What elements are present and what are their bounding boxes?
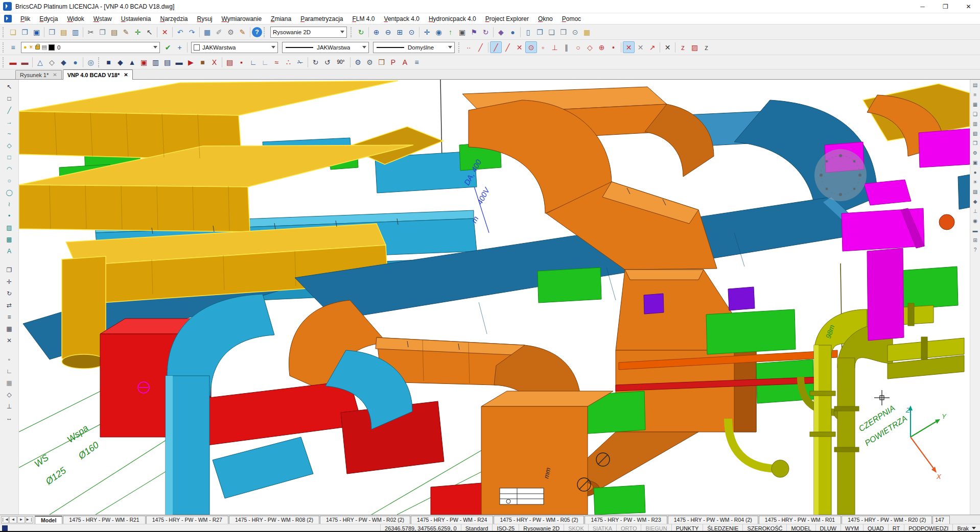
last-layout-button[interactable]: ►❘ (26, 516, 33, 523)
arc-icon[interactable]: ◠ (4, 164, 14, 174)
menu-pomoc[interactable]: Pomoc (557, 14, 586, 23)
wall-edit-icon[interactable]: ▬ (19, 56, 31, 68)
attachments-panel-icon[interactable]: ❏ (971, 110, 979, 118)
layer-combo[interactable]: ● ☀ ▤ 0 (21, 42, 160, 53)
scheme-icon[interactable]: △ (34, 56, 46, 68)
viewport-two-icon[interactable]: ❐ (534, 26, 546, 38)
layout-tab[interactable]: 1475 - HRY - PW - WM - R23 (585, 516, 667, 524)
drawing-explorer-icon[interactable]: ▦ (201, 26, 213, 38)
esnap-point-icon[interactable]: • (608, 41, 619, 53)
zoom-out-icon[interactable]: ⊖ (382, 26, 394, 38)
layers-explorer-icon[interactable]: ≡ (7, 41, 19, 53)
spec-list-icon[interactable]: ≡ (411, 56, 423, 68)
spline-icon[interactable]: ≀ (4, 199, 14, 209)
polygon-icon[interactable]: ◇ (4, 140, 14, 151)
esnap-center-icon[interactable]: ⊙ (525, 41, 537, 53)
ortho-toggle-icon[interactable]: ∟ (4, 366, 14, 376)
box-solid-icon[interactable]: ◆ (58, 56, 69, 68)
visual-styles-icon[interactable]: ● (507, 26, 519, 38)
ray-icon[interactable]: → (4, 117, 14, 127)
esnap-perpendicular-icon[interactable]: ⊥ (549, 41, 561, 53)
offset-icon[interactable]: ≡ (4, 312, 14, 322)
menu-parametryzacja[interactable]: Parametryzacja (296, 14, 347, 23)
edit-icon[interactable]: ✎ (237, 26, 248, 38)
profile-l-icon[interactable]: ∟ (247, 56, 259, 68)
views-panel-icon[interactable]: ◉ (971, 216, 979, 225)
support-rail-icon[interactable]: ≈ (271, 56, 283, 68)
layout-tab[interactable]: 1475 - HRY - PW - WM - R08 (2) (229, 516, 319, 524)
box-export-icon[interactable]: ❒ (376, 56, 387, 68)
tools-config-icon[interactable]: ⚙ (364, 56, 376, 68)
tools-panel-icon[interactable]: ⚙ (971, 149, 979, 157)
eyedropper-icon[interactable]: ✛ (132, 26, 144, 38)
reports-panel-icon[interactable]: ▥ (971, 119, 979, 128)
publish-icon[interactable]: ▥ (69, 26, 81, 38)
zoom-in-icon[interactable]: ⊕ (370, 26, 382, 38)
layout-tab[interactable]: Model (35, 516, 62, 524)
rotate-90-icon[interactable]: 90° (333, 56, 348, 68)
cut-icon[interactable]: ✂ (85, 26, 97, 38)
viewport-single-icon[interactable]: ▯ (522, 26, 534, 38)
copy-view-icon[interactable]: ❏ (546, 26, 557, 38)
layout-tab[interactable]: 1475 - HRY - PW - WM - R05 (2) (494, 516, 584, 524)
snap-toggle-icon[interactable]: ▫ (4, 354, 14, 365)
lineweight-combo[interactable]: Domyślne (373, 42, 455, 53)
blocks-panel-icon[interactable]: ▣ (971, 158, 979, 167)
orbit-icon[interactable]: ↻ (480, 26, 492, 38)
osnap-settings-icon[interactable]: ◇ (4, 390, 14, 400)
vent-duct-icon[interactable]: ■ (103, 56, 114, 68)
layer-plot-icon[interactable]: ▤ (42, 44, 47, 50)
param-p-icon[interactable]: P (387, 56, 399, 68)
ucs-world-icon[interactable]: ⊥ (4, 401, 14, 412)
linetype-combo[interactable]: JAKWarstwa (282, 42, 369, 53)
layout-tab[interactable]: 1475 - HRY - PW - WM - R20 (2) (842, 516, 932, 524)
rotate-icon[interactable]: ↻ (4, 288, 14, 299)
esnap-quadrant-icon[interactable]: ◇ (584, 41, 596, 53)
layout-tab[interactable]: 1475 - HRY - PW - WM - R21 (63, 516, 145, 524)
toolbar-grip[interactable] (351, 27, 354, 37)
toolbar-grip[interactable] (458, 42, 461, 53)
render-icon[interactable]: ⚑ (468, 26, 480, 38)
esnap-apparent-intersection-icon[interactable]: ✕ (635, 41, 646, 53)
zoom-previous-icon[interactable]: ⊙ (406, 26, 417, 38)
esnap-z-icon[interactable]: z (677, 41, 689, 53)
settings-icon[interactable]: ⚙ (225, 26, 237, 38)
clean-screen-icon[interactable]: ✐ (213, 26, 225, 38)
circle-icon[interactable]: ○ (4, 176, 14, 186)
minimize-button[interactable]: ─ (911, 0, 934, 13)
tips-panel-icon[interactable]: ▧ (971, 129, 979, 138)
properties-panel-icon[interactable]: ▤ (971, 81, 979, 89)
menu-hydronicpack-4-0[interactable]: Hydronicpack 4.0 (424, 14, 481, 23)
pan-icon[interactable]: ✛ (421, 26, 433, 38)
erase-icon[interactable]: ✕ (4, 335, 14, 346)
box-wire-icon[interactable]: ◇ (46, 56, 58, 68)
esnap-endpoint-icon[interactable]: ╱ (490, 41, 502, 53)
ellipse-icon[interactable]: ◯ (4, 187, 14, 198)
array-icon[interactable]: ▦ (4, 324, 14, 334)
help-icon[interactable]: ? (252, 27, 262, 37)
rectangle-icon[interactable]: □ (4, 152, 14, 162)
zoom-window-icon[interactable]: ⊙ (569, 26, 581, 38)
menu-rysuj[interactable]: Rysuj (192, 14, 217, 23)
structure-panel-icon[interactable]: ▦ (971, 100, 979, 109)
layer-freeze-icon[interactable]: ☀ (29, 44, 34, 50)
menu-ventpack-4-0[interactable]: Ventpack 4.0 (380, 14, 424, 23)
layers-panel-icon[interactable]: ≡ (971, 90, 979, 99)
menu-narz-dzia[interactable]: Narzędzia (155, 14, 192, 23)
esnap-parallel-icon[interactable]: ∥ (561, 41, 572, 53)
toolbar-grip[interactable] (98, 57, 101, 67)
toolbar-grip[interactable] (3, 57, 6, 67)
menu-wymiarowanie[interactable]: Wymiarowanie (217, 14, 267, 23)
layer-states-icon[interactable]: ✔ (162, 41, 174, 53)
esnap-extension-icon[interactable]: ↗ (646, 41, 658, 53)
open-icon[interactable]: ❐ (19, 26, 31, 38)
sphere-icon[interactable]: ● (69, 56, 81, 68)
vent-silencer-icon[interactable]: ▬ (173, 56, 185, 68)
esnap-nearest-icon[interactable]: ∙∙ (463, 41, 475, 53)
ucs-toggle-icon[interactable]: ↑ (445, 26, 456, 38)
grill-ceiling-icon[interactable]: ▤ (224, 56, 236, 68)
layer-on-icon[interactable]: ● (24, 44, 27, 50)
view-box-icon[interactable]: ◆ (495, 26, 507, 38)
menu-project-explorer[interactable]: Project Explorer (481, 14, 533, 23)
menu-widok[interactable]: Widok (62, 14, 88, 23)
